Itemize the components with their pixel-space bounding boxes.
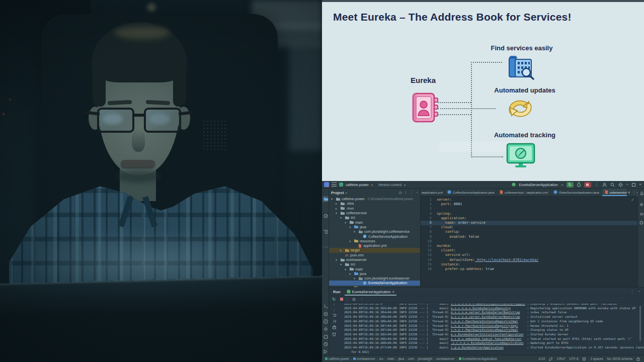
tree-item-com-pluralsight-eurekaserver[interactable]: ▾com.pluralsight.eurekaserver [329, 276, 420, 281]
breadcrumb-src-2[interactable]: src [379, 357, 383, 360]
run-config-selector[interactable]: EurekaServerApplication [519, 183, 558, 187]
tree-toggle-icon[interactable]: ▾ [354, 277, 357, 280]
maximize-button[interactable] [632, 183, 635, 187]
run-panel-title[interactable]: Run [333, 290, 341, 294]
console-scrollbar[interactable] [639, 306, 641, 341]
tree-item-eurekaserverapplication[interactable]: CEurekaServerApplication [329, 281, 420, 285]
tree-toggle-icon[interactable]: ▾ [336, 258, 339, 261]
breadcrumb-eurekaserver-7[interactable]: eurekaserver [436, 357, 455, 360]
debug-button[interactable] [577, 182, 581, 187]
hide-panel-icon[interactable]: − [416, 191, 418, 195]
tree-item-resources[interactable]: ▾resources [329, 239, 420, 243]
tree-item-src[interactable]: ▾src [329, 262, 420, 266]
gradle-tool-icon[interactable] [638, 202, 644, 208]
tree-toggle-icon[interactable]: ▸ [340, 248, 343, 252]
locate-file-icon[interactable]: ◎ [398, 191, 401, 195]
vcs-widget[interactable]: Version control [378, 183, 401, 187]
project-chip[interactable]: caffeine-power [346, 183, 369, 187]
schema-widget[interactable]: No JSON schema [607, 357, 632, 360]
more-tools-icon[interactable]: ⋯ [323, 244, 329, 250]
breadcrumb-pluralsight-6[interactable]: pluralsight [418, 357, 433, 360]
tree-item-target[interactable]: ▸target [329, 248, 420, 252]
tree-toggle-icon[interactable]: ▾ [336, 211, 339, 215]
tree-item-main[interactable]: ▾main [329, 266, 420, 271]
tree-item-com-pluralsight-coffeeservice[interactable]: ▾com.pluralsight.coffeeservice [329, 229, 420, 234]
commit-tool-icon[interactable] [323, 213, 329, 219]
project-tool-icon[interactable] [323, 196, 329, 202]
notifications-bell-icon[interactable] [638, 190, 644, 196]
tab-options-icon[interactable]: ⋮ [632, 191, 636, 195]
readonly-toggle-icon[interactable] [549, 357, 553, 361]
profile-icon[interactable] [602, 183, 607, 187]
tree-toggle-icon[interactable]: ▸ [336, 207, 339, 210]
tree-toggle-icon[interactable]: ▾ [354, 230, 357, 233]
breadcrumb-java-4[interactable]: java [398, 357, 404, 360]
main-menu-icon[interactable] [332, 183, 337, 187]
editor-tab-orderserviceapplication-java[interactable]: OrderServiceApplication.java [551, 189, 602, 196]
run-button[interactable]: ↻ [567, 182, 574, 188]
run-tab[interactable]: EurekaServerApplication × [345, 288, 396, 296]
down-stacktrace-icon[interactable]: ↓ [333, 308, 335, 312]
breadcrumb-eurekaserverapplication-8[interactable]: EurekaServerApplication [459, 357, 497, 360]
breadcrumb-eurekaserver-1[interactable]: eurekaserver [353, 357, 375, 360]
clear-console-icon[interactable] [332, 332, 336, 336]
tree-item-mvn[interactable]: ▸.mvn [329, 206, 420, 211]
tree-item-application-yml[interactable]: application.yml [329, 243, 420, 248]
indent-widget[interactable]: 2 spaces [590, 357, 603, 360]
inspection-highlight-icon[interactable] [582, 357, 586, 361]
editor-tab-er-application-yml[interactable]: er\...\application.yml [421, 189, 445, 196]
editor-tab-coffeeserviceapplication-java[interactable]: CoffeeServiceApplication.java [445, 189, 497, 196]
tree-toggle-icon[interactable]: ▾ [349, 239, 352, 243]
close-button[interactable]: × [639, 183, 641, 187]
tree-item-caffeine-power[interactable]: ▾caffeine-powerC:\EurekaClients\caffeine… [329, 197, 420, 201]
structure-tool-icon[interactable] [323, 229, 329, 235]
docker-tool-icon[interactable] [323, 333, 329, 339]
tree-item-java[interactable]: ▾java [329, 272, 420, 276]
settings-gear-icon[interactable] [618, 183, 623, 187]
rerun-button[interactable]: ↻ [332, 297, 336, 302]
tree-item-eurekaserver[interactable]: ▾eurekaserver [329, 257, 420, 262]
tree-item-idea[interactable]: ▸.idea [329, 201, 420, 206]
tree-toggle-icon[interactable]: ▸ [336, 202, 339, 205]
stop-button[interactable] [584, 182, 591, 188]
lock-icon[interactable] [636, 357, 640, 361]
tree-toggle-icon[interactable]: ▾ [331, 197, 334, 201]
tree-item-src[interactable]: ▾src [329, 215, 420, 220]
encoding-widget[interactable]: UTF-8 [570, 357, 579, 360]
code-editor[interactable]: ✓ 1server:2 port: 808134spring:5 applica… [421, 197, 637, 287]
tree-toggle-icon[interactable]: ▾ [349, 272, 352, 276]
build-tool-icon[interactable] [323, 326, 329, 332]
tree-toggle-icon[interactable]: ▾ [345, 221, 348, 224]
run-panel-options-icon[interactable]: ⋮ [630, 290, 634, 294]
run-more-options-icon[interactable]: ⋮ [360, 297, 364, 301]
dependencies-tool-icon[interactable] [638, 220, 644, 226]
more-actions-icon[interactable]: ⋮ [595, 183, 599, 187]
hide-run-panel-icon[interactable]: − [638, 290, 640, 294]
tree-toggle-icon[interactable]: ▾ [340, 216, 343, 219]
tree-item-coffeeserviceapplication[interactable]: CCoffeeServiceApplication [329, 234, 420, 238]
close-run-tab-icon[interactable]: × [392, 290, 394, 294]
up-stacktrace-icon[interactable]: ↑ [333, 303, 335, 306]
line-separator-widget[interactable]: CRLF [557, 357, 565, 360]
maven-tool-icon[interactable]: m [638, 211, 644, 217]
history-tool-icon[interactable] [323, 341, 329, 347]
caret-position[interactable]: 6:24 [539, 357, 545, 360]
expand-collapse-icon[interactable]: ↕ [405, 191, 407, 195]
minimize-button[interactable]: − [626, 183, 629, 187]
debug-tool-icon[interactable] [323, 348, 329, 354]
services-tool-icon[interactable] [323, 311, 329, 317]
tree-toggle-icon[interactable]: ▾ [345, 267, 348, 271]
tree-toggle-icon[interactable]: ▾ [349, 225, 352, 229]
hidden-tabs-chevron-icon[interactable]: ▾ [628, 191, 630, 195]
breadcrumb-com-5[interactable]: com [408, 357, 414, 360]
project-panel-title[interactable]: Project [331, 191, 344, 195]
tree-item-pom-xml[interactable]: mpom.xml [329, 253, 420, 257]
problems-tool-icon[interactable] [323, 318, 329, 324]
tree-toggle-icon[interactable]: ▾ [340, 262, 343, 266]
search-icon[interactable] [610, 183, 615, 187]
run-console[interactable]: 2025-04-09T16:09:10.4 INFO 22536 --- [ma… [344, 304, 644, 354]
tree-item-main[interactable]: ▾main [329, 220, 420, 224]
tree-item-coffeeservice[interactable]: ▾coffeeservice [329, 211, 420, 215]
tree-item-java[interactable]: ▾java [329, 225, 420, 229]
breadcrumb-main-3[interactable]: main [387, 357, 394, 360]
